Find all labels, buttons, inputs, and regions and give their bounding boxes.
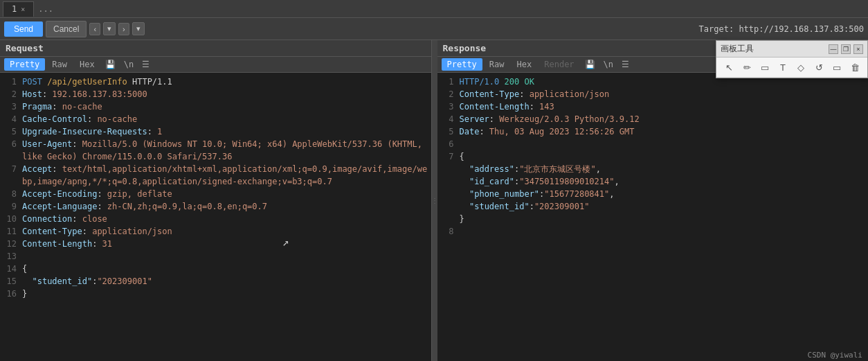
undo-tool-icon[interactable]: ↺ bbox=[812, 60, 826, 74]
request-line-1: 1 POST /api/getUserInfo HTTP/1.1 bbox=[0, 76, 431, 88]
response-tab-render[interactable]: Render bbox=[539, 58, 579, 71]
tab-bar: 1 × ... bbox=[0, 0, 868, 18]
tab-dots: ... bbox=[38, 4, 53, 14]
response-menu-icon[interactable]: ☰ bbox=[618, 58, 633, 71]
response-line-6: 6 bbox=[437, 138, 869, 150]
float-minimize-button[interactable]: — bbox=[829, 44, 838, 54]
nav-forward-button[interactable]: › bbox=[118, 23, 129, 35]
response-save-icon[interactable]: 💾 bbox=[581, 58, 599, 71]
status-text: CSDN @yiwali bbox=[808, 351, 862, 360]
tab-close[interactable]: × bbox=[21, 6, 25, 13]
request-code-area[interactable]: 1 POST /api/getUserInfo HTTP/1.1 2 Host:… bbox=[0, 73, 431, 361]
request-line-6: 6 User-Agent: Mozilla/5.0 (Windows NT 10… bbox=[0, 138, 431, 163]
request-line-14: 14 { bbox=[0, 263, 431, 275]
response-line-7: 7 { bbox=[437, 150, 869, 163]
response-line-4: 4 Server: Werkzeug/2.0.3 Python/3.9.12 bbox=[437, 113, 869, 125]
response-panel: Response Pretty Raw Hex Render 💾 \n ☰ 1 … bbox=[437, 40, 869, 361]
request-line-3: 3 Pragma: no-cache bbox=[0, 100, 431, 113]
float-buttons: — ❐ × bbox=[829, 44, 863, 54]
response-newline-icon[interactable]: \n bbox=[600, 58, 617, 71]
text-tool-icon[interactable]: T bbox=[776, 60, 790, 74]
response-line-7e: } bbox=[437, 213, 869, 225]
floating-toolbar: ↖ ✏ ▭ T ◇ ↺ ▭ 🗑 bbox=[716, 58, 867, 78]
target-url: Target: http://192.168.137.83:500 bbox=[699, 24, 864, 34]
float-restore-button[interactable]: ❐ bbox=[841, 44, 851, 54]
request-menu-icon[interactable]: ☰ bbox=[138, 58, 153, 71]
request-line-11: 11 Content-Type: application/json bbox=[0, 225, 431, 238]
pencil-tool-icon[interactable]: ✏ bbox=[740, 60, 754, 74]
nav-back-button[interactable]: ‹ bbox=[89, 23, 100, 35]
float-close-button[interactable]: × bbox=[853, 44, 863, 54]
request-line-10: 10 Connection: close bbox=[0, 213, 431, 225]
rectangle-tool-icon[interactable]: ▭ bbox=[758, 60, 772, 74]
request-line-5: 5 Upgrade-Insecure-Requests: 1 bbox=[0, 125, 431, 138]
nav-forward-dropdown-button[interactable]: ▾ bbox=[132, 22, 145, 35]
toolbar: Send Cancel ‹ ▾ › ▾ Target: http://192.1… bbox=[0, 18, 868, 40]
response-line-7b: "id_card":"34750119809010214", bbox=[437, 175, 869, 188]
request-save-icon[interactable]: 💾 bbox=[102, 58, 119, 71]
request-tabs: Pretty Raw Hex 💾 \n ☰ bbox=[0, 57, 431, 73]
response-line-3: 3 Content-Length: 143 bbox=[437, 100, 869, 113]
response-tab-raw[interactable]: Raw bbox=[484, 58, 510, 71]
request-line-7: 7 Accept: text/html,application/xhtml+xm… bbox=[0, 163, 431, 188]
request-tab-raw[interactable]: Raw bbox=[46, 58, 73, 71]
request-tab-pretty[interactable]: Pretty bbox=[4, 58, 45, 71]
request-line-2: 2 Host: 192.168.137.83:5000 bbox=[0, 88, 431, 100]
request-line-13: 13 bbox=[0, 250, 431, 263]
request-newline-icon[interactable]: \n bbox=[120, 58, 137, 71]
cancel-button[interactable]: Cancel bbox=[46, 21, 87, 37]
response-line-7c: "phone_number":"15677280841", bbox=[437, 188, 869, 200]
floating-panel: 画板工具 — ❐ × ↖ ✏ ▭ T ◇ ↺ ▭ 🗑 bbox=[716, 40, 868, 78]
nav-back-dropdown-button[interactable]: ▾ bbox=[103, 22, 116, 35]
trash-tool-icon[interactable]: 🗑 bbox=[848, 60, 862, 74]
request-line-4: 4 Cache-Control: no-cache bbox=[0, 113, 431, 125]
tab-index: 1 bbox=[12, 4, 17, 14]
response-line-5: 5 Date: Thu, 03 Aug 2023 12:56:26 GMT bbox=[437, 125, 869, 138]
tab-1[interactable]: 1 × bbox=[3, 1, 34, 17]
send-button[interactable]: Send bbox=[4, 21, 43, 37]
response-line-2: 2 Content-Type: application/json bbox=[437, 88, 869, 100]
request-line-9: 9 Accept-Language: zh-CN,zh;q=0.9,la;q=0… bbox=[0, 200, 431, 213]
response-line-8: 8 bbox=[437, 225, 869, 238]
request-line-12: 12 Content-Length: 31 bbox=[0, 238, 431, 250]
eraser-tool-icon[interactable]: ◇ bbox=[794, 60, 808, 74]
cursor-tool-icon[interactable]: ↖ bbox=[722, 60, 736, 74]
response-line-7d: "student_id":"202309001" bbox=[437, 200, 869, 213]
status-bar: CSDN @yiwali bbox=[802, 349, 868, 361]
floating-title: 画板工具 bbox=[721, 43, 754, 55]
monitor-tool-icon[interactable]: ▭ bbox=[830, 60, 844, 74]
response-tab-pretty[interactable]: Pretty bbox=[442, 58, 482, 71]
panel-divider[interactable]: ⋮ bbox=[432, 40, 437, 361]
request-line-16: 16 } bbox=[0, 288, 431, 300]
request-tab-hex[interactable]: Hex bbox=[74, 58, 100, 71]
floating-title-bar: 画板工具 — ❐ × bbox=[716, 41, 867, 58]
request-panel: Request Pretty Raw Hex 💾 \n ☰ 1 POST /ap… bbox=[0, 40, 432, 361]
response-tab-hex[interactable]: Hex bbox=[512, 58, 538, 71]
request-line-8: 8 Accept-Encoding: gzip, deflate bbox=[0, 188, 431, 200]
request-header: Request bbox=[0, 40, 431, 57]
response-code-area[interactable]: 1 HTTP/1.0 200 OK 2 Content-Type: applic… bbox=[437, 73, 869, 361]
request-line-15: 15 "student_id":"202309001" bbox=[0, 275, 431, 288]
main-content: Request Pretty Raw Hex 💾 \n ☰ 1 POST /ap… bbox=[0, 40, 868, 361]
response-line-7a: "address":"北京市东城区号楼", bbox=[437, 163, 869, 175]
